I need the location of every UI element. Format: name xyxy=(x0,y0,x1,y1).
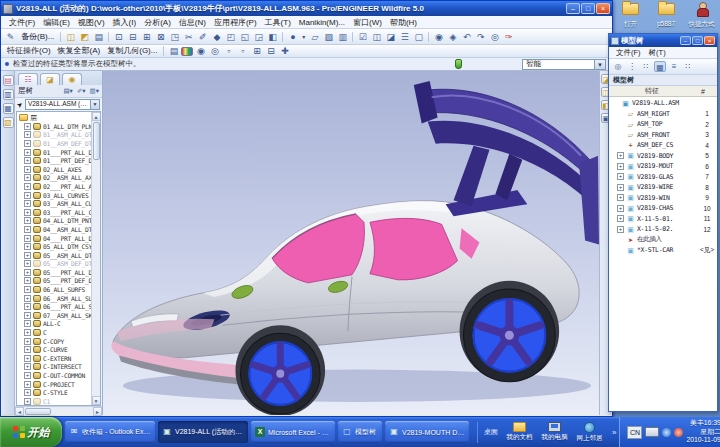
separator[interactable] xyxy=(352,32,353,42)
paste-icon[interactable]: ◪ xyxy=(384,31,397,43)
expand-icon[interactable]: + xyxy=(24,243,31,250)
layer-item[interactable]: + C-STYLE xyxy=(19,388,91,397)
copy-icon[interactable]: ◫ xyxy=(370,31,383,43)
expand-icon[interactable]: + xyxy=(617,152,624,159)
model-tree-row[interactable]: + V2819-WIRE 8 xyxy=(609,182,717,193)
menu-item[interactable]: 插入(I) xyxy=(109,17,141,28)
menu-item[interactable]: 信息(N) xyxy=(175,17,210,28)
layer-item[interactable]: + C-PROJECT xyxy=(19,380,91,389)
task-excel[interactable]: Microsoft Excel - wav... xyxy=(251,421,335,443)
menu-item[interactable]: 视图(V) xyxy=(74,17,109,28)
desktop-shortcut[interactable]: 快捷方式 xyxy=(685,2,718,29)
mt-maximize-button[interactable]: □ xyxy=(692,36,703,45)
model-tree-title-bar[interactable]: 模型树 –□× xyxy=(609,34,717,47)
separator[interactable] xyxy=(428,32,429,42)
expand-icon[interactable]: + xyxy=(24,260,31,267)
default-view-icon[interactable]: ⊡ xyxy=(112,31,125,43)
visibility-icon[interactable]: ◉ xyxy=(194,45,207,57)
hscroll-thumb[interactable] xyxy=(25,408,51,415)
expand-icon[interactable]: + xyxy=(24,217,31,224)
scroll-down-icon[interactable]: ▼ xyxy=(92,396,101,405)
expand-icon[interactable]: + xyxy=(24,157,31,164)
desktop-network[interactable]: 网上邻居 xyxy=(573,422,606,443)
drawing-icon[interactable]: ▥ xyxy=(336,31,349,43)
menu-item[interactable]: 树(T) xyxy=(645,48,670,58)
expand-icon[interactable]: + xyxy=(24,312,31,319)
select-box-icon[interactable]: ▢ xyxy=(412,31,425,43)
zoom-in-icon[interactable]: ⊞ xyxy=(140,31,153,43)
expand-icon[interactable]: + xyxy=(24,131,31,138)
expand-icon[interactable]: + xyxy=(24,166,31,173)
menu-item[interactable]: 帮助(H) xyxy=(386,17,421,28)
menu-item[interactable]: 文件(F) xyxy=(612,48,645,58)
model-tree-row[interactable]: + 在此插入 xyxy=(609,235,717,246)
nav-print-icon[interactable]: ▦ xyxy=(3,103,14,114)
unhide-icon[interactable]: ◎ xyxy=(208,45,221,57)
ghost2-icon[interactable]: ▫ xyxy=(236,45,249,57)
zoom-out-icon[interactable]: ⊠ xyxy=(154,31,167,43)
undo-icon[interactable]: ↶ xyxy=(460,31,473,43)
appearance-icon[interactable]: ✑ xyxy=(502,31,515,43)
tray-clock[interactable]: 美丰16:39 星期二 2010-11-09 xyxy=(686,419,720,445)
datum-axis-icon[interactable]: ◆ xyxy=(210,31,223,43)
menu-item[interactable]: 工具(T) xyxy=(261,17,295,28)
display-dropdown-icon[interactable]: ▾ xyxy=(300,31,307,43)
section-icon[interactable]: ⊟ xyxy=(264,45,277,57)
layer-item[interactable]: + C-CURVE xyxy=(19,345,91,354)
layer-item[interactable]: + 03__ASM_ALL_CURV xyxy=(19,199,91,208)
model-tree-row[interactable]: + V2819-MOUT 6 xyxy=(609,161,717,172)
nav-drawer-icon[interactable]: ▤ xyxy=(3,75,14,86)
expand-icon[interactable]: + xyxy=(24,355,31,362)
chevron-more-icon[interactable]: » xyxy=(612,428,616,437)
rear-wheel[interactable] xyxy=(464,289,556,382)
menu-item[interactable]: Manikin(M)... xyxy=(295,18,349,27)
layer-item[interactable]: + C-OUT-COMMON xyxy=(19,371,91,380)
layer-item[interactable]: + C-INTERSECT xyxy=(19,363,91,372)
layer-item[interactable]: + 02___PRT_ALL_AXE xyxy=(19,182,91,191)
expand-icon[interactable]: + xyxy=(617,226,624,233)
expand-icon[interactable]: + xyxy=(617,215,624,222)
expand-icon[interactable]: + xyxy=(24,329,31,336)
tray-messenger-icon[interactable] xyxy=(662,428,671,437)
expand-icon[interactable]: + xyxy=(24,174,31,181)
minimize-button[interactable]: – xyxy=(566,3,580,14)
model-tree-row[interactable]: + ASM_TOP 2 xyxy=(609,119,717,130)
menu-item[interactable]: 分析(A) xyxy=(140,17,175,28)
layer-tree-vscrollbar[interactable]: ▲ ▼ xyxy=(91,112,100,405)
expand-icon[interactable]: + xyxy=(24,303,31,310)
mt-minimize-button[interactable]: – xyxy=(680,36,691,45)
open-icon[interactable]: ◫ xyxy=(64,31,77,43)
layer-item[interactable]: + 04_ALL_DTM_PNT xyxy=(19,217,91,226)
model-notes-icon[interactable] xyxy=(455,59,462,69)
menu-item[interactable]: 编辑(E) xyxy=(39,17,74,28)
maximize-button[interactable]: □ xyxy=(581,3,595,14)
language-indicator[interactable]: CN xyxy=(627,426,642,439)
layer-item[interactable]: + 01_ALL_DTM_PLN xyxy=(19,122,91,131)
task-proe-main[interactable]: V2819-ALL (活动的) ... xyxy=(158,421,248,443)
copy-geometry-button[interactable]: 复制几何(G)... xyxy=(104,45,160,57)
repaint-icon[interactable]: ◳ xyxy=(168,31,181,43)
separator[interactable] xyxy=(60,32,61,42)
car-3d-model[interactable] xyxy=(103,71,599,415)
find-icon[interactable]: ◎ xyxy=(488,31,501,43)
verify-icon[interactable]: ☑ xyxy=(356,31,369,43)
layer-item[interactable]: + 01__ASM_ALL_DTM xyxy=(19,131,91,140)
layer-display-button[interactable]: ✐▾ xyxy=(77,87,86,95)
layer-item[interactable]: + 06___PRT_ALL_SUR xyxy=(19,302,91,311)
search-icon[interactable]: ◎ xyxy=(612,61,624,72)
close-button[interactable]: × xyxy=(596,3,610,14)
layer-item[interactable]: + 01__ASM_DEF_DTM xyxy=(19,139,91,148)
layer-item[interactable]: + 01___PRT_ALL_DTM xyxy=(19,148,91,157)
separator[interactable] xyxy=(163,46,164,56)
layer-item[interactable]: + 07__ASM_ALL_SKEL xyxy=(19,311,91,320)
layer-item[interactable]: + C-COPY xyxy=(19,337,91,346)
expand-icon[interactable]: + xyxy=(24,192,31,199)
layer-item[interactable]: + 01___PRT_DEF_DTM xyxy=(19,156,91,165)
revolve-icon[interactable]: ◱ xyxy=(238,31,251,43)
edit-icon[interactable]: ✎ xyxy=(4,31,17,43)
start-button[interactable]: 开始 xyxy=(0,417,62,447)
menu-item[interactable]: 应用程序(P) xyxy=(210,17,261,28)
keyboard-icon[interactable] xyxy=(645,427,659,437)
shaded-display-icon[interactable]: ● xyxy=(286,31,299,43)
tree-layout-icon[interactable]: ∷ xyxy=(682,61,694,72)
